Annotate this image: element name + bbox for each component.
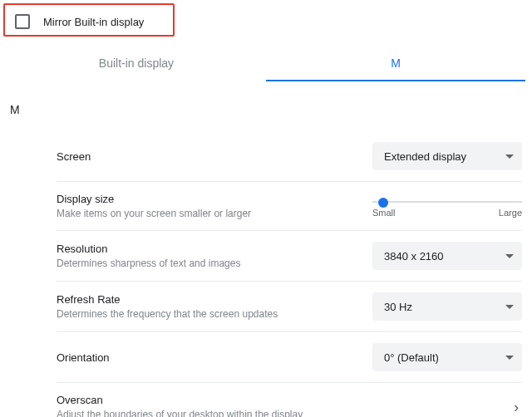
screen-select-value: Extended display [384, 150, 466, 163]
row-refresh-rate: Refresh Rate Determines the frequency th… [57, 282, 522, 332]
row-resolution: Resolution Determines sharpness of text … [57, 231, 522, 282]
slider-max-label: Large [499, 208, 522, 218]
resolution-title: Resolution [57, 243, 359, 255]
mirror-checkbox[interactable] [15, 14, 30, 29]
orientation-title: Orientation [57, 351, 359, 364]
overscan-sub: Adjust the boundaries of your desktop wi… [57, 409, 497, 417]
row-screen: Screen Extended display [57, 131, 522, 182]
settings-list: Screen Extended display Display size Mak… [57, 131, 522, 417]
chevron-right-icon: › [510, 399, 522, 416]
caret-down-icon [505, 356, 514, 360]
row-overscan[interactable]: Overscan Adjust the boundaries of your d… [57, 383, 522, 417]
row-display-size: Display size Make items on your screen s… [57, 182, 522, 231]
screen-select[interactable]: Extended display [372, 142, 522, 170]
caret-down-icon [505, 155, 514, 159]
section-title: M [10, 103, 20, 116]
refresh-select-value: 30 Hz [384, 301, 412, 313]
row-orientation: Orientation 0° (Default) [57, 332, 522, 383]
orientation-select[interactable]: 0° (Default) [372, 343, 522, 371]
overscan-title: Overscan [57, 394, 497, 406]
refresh-title: Refresh Rate [57, 293, 359, 306]
mirror-label: Mirror Built-in display [43, 16, 144, 28]
refresh-sub: Determines the frequency that the screen… [57, 308, 359, 320]
refresh-select[interactable]: 30 Hz [372, 292, 522, 321]
mirror-builtin-row[interactable]: Mirror Built-in display [3, 3, 175, 37]
display-tabs: Built-in display M [7, 47, 525, 82]
resolution-select-value: 3840 x 2160 [384, 250, 444, 262]
screen-title: Screen [57, 150, 359, 163]
slider-thumb[interactable] [378, 198, 388, 208]
display-size-slider[interactable] [372, 201, 522, 203]
slider-min-label: Small [372, 208, 396, 218]
orientation-select-value: 0° (Default) [384, 351, 439, 364]
display-size-title: Display size [57, 193, 359, 205]
caret-down-icon [505, 305, 514, 309]
resolution-sub: Determines sharpness of text and images [57, 258, 359, 269]
resolution-select[interactable]: 3840 x 2160 [372, 242, 522, 270]
tab-external-display[interactable]: M [266, 47, 525, 81]
caret-down-icon [505, 254, 514, 258]
display-size-sub: Make items on your screen smaller or lar… [57, 208, 359, 219]
tab-builtin-display[interactable]: Built-in display [7, 47, 266, 81]
